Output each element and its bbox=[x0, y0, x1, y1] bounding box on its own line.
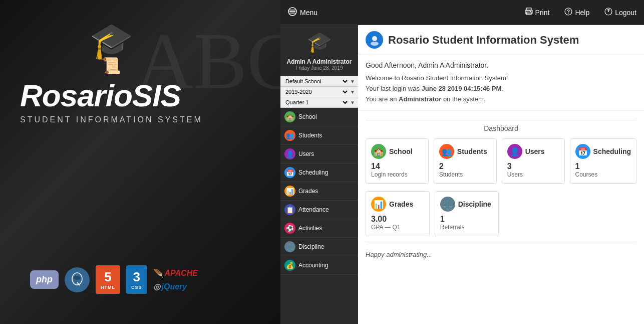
quarter-dropdown[interactable]: Quarter 1 ▼ bbox=[280, 97, 358, 108]
logout-label: Logout bbox=[615, 9, 636, 17]
discipline-nav-icon: ⚖️ bbox=[284, 241, 295, 252]
jquery-logo: ◎jQuery bbox=[153, 282, 198, 291]
dashboard-card-discipline[interactable]: ⚖️ Discipline 1 Referrals bbox=[435, 191, 499, 236]
sidebar-item-users[interactable]: 👤 Users bbox=[280, 145, 358, 164]
card-users-icon: 👤 bbox=[507, 144, 522, 159]
help-icon: ? bbox=[564, 8, 572, 17]
card-scheduling-label: Courses bbox=[575, 171, 631, 178]
svg-point-1 bbox=[74, 276, 81, 280]
branding-section: 🎓 📜 RosarioSIS STUDENT INFORMATION SYSTE… bbox=[20, 20, 203, 124]
css3-logo: 3 CSS bbox=[126, 265, 147, 294]
sidebar: 🎓 Admin A Administrator Friday June 28, … bbox=[280, 25, 358, 324]
card-grades-count: 3.00 bbox=[371, 215, 424, 224]
html5-logo: 5 HTML bbox=[96, 265, 120, 294]
graduation-cap-icon: 🎓 bbox=[20, 20, 203, 61]
print-label: Print bbox=[535, 9, 550, 17]
user-avatar-icon: 🎓 bbox=[307, 30, 332, 55]
dashboard-card-users[interactable]: 👤 Users 3 Users bbox=[502, 138, 565, 184]
svg-point-15 bbox=[372, 36, 377, 41]
print-icon bbox=[525, 8, 533, 17]
students-nav-icon: 👥 bbox=[284, 130, 295, 141]
help-button[interactable]: ? Help bbox=[564, 8, 589, 17]
users-nav-icon: 👤 bbox=[284, 148, 295, 159]
card-discipline-header: ⚖️ Discipline bbox=[440, 197, 493, 212]
menu-icon bbox=[288, 7, 297, 18]
sidebar-item-discipline[interactable]: ⚖️ Discipline bbox=[280, 238, 358, 256]
attendance-nav-label: Attendance bbox=[298, 206, 329, 213]
dashboard-separator bbox=[366, 120, 636, 120]
left-background: ABC 🎓 📜 RosarioSIS STUDENT INFORMATION S… bbox=[0, 0, 280, 324]
school-nav-label: School bbox=[298, 113, 317, 120]
nav-items-container: 🏫 School 👥 Students 👤 Users 📅 Scheduling… bbox=[280, 108, 358, 275]
menu-label: Menu bbox=[300, 9, 317, 17]
grades-nav-icon: 📊 bbox=[284, 186, 295, 197]
year-select[interactable]: 2019-2020 bbox=[283, 88, 349, 95]
attendance-nav-icon: 📋 bbox=[284, 204, 295, 215]
sidebar-item-scheduling[interactable]: 📅 Scheduling bbox=[280, 164, 358, 182]
card-scheduling-icon: 📅 bbox=[575, 144, 590, 159]
top-bar: Menu Print ? Help bbox=[280, 0, 644, 25]
quarter-select[interactable]: Quarter 1 bbox=[283, 99, 349, 106]
scheduling-nav-icon: 📅 bbox=[284, 167, 295, 178]
welcome-greeting: Good Afternoon, Admin A Administrator. bbox=[366, 61, 636, 69]
card-discipline-title: Discipline bbox=[458, 200, 491, 208]
system-title: Rosario Student Information System bbox=[388, 34, 579, 47]
card-users-header: 👤 Users bbox=[507, 144, 559, 159]
dashboard-card-grades[interactable]: 📊 Grades 3.00 GPA — Q1 bbox=[366, 191, 430, 236]
card-grades-icon: 📊 bbox=[371, 197, 386, 212]
dashboard-section: Dashboard 🏫 School 14 Login records 👥 bbox=[358, 111, 644, 266]
discipline-nav-label: Discipline bbox=[298, 243, 324, 250]
quarter-dropdown-arrow: ▼ bbox=[350, 100, 355, 105]
sidebar-item-activities[interactable]: ⚽ Activities bbox=[280, 219, 358, 238]
menu-button[interactable]: Menu bbox=[288, 7, 317, 18]
school-dropdown[interactable]: Default School ▼ bbox=[280, 76, 358, 87]
user-date: Friday June 28, 2019 bbox=[285, 65, 353, 71]
logout-button[interactable]: Logout bbox=[604, 8, 636, 17]
welcome-line3-pre: You are an bbox=[366, 95, 399, 103]
sidebar-item-accounting[interactable]: 💰 Accounting bbox=[280, 256, 358, 275]
sidebar-item-school[interactable]: 🏫 School bbox=[280, 108, 358, 126]
help-label: Help bbox=[575, 9, 589, 17]
dashboard-card-school[interactable]: 🏫 School 14 Login records bbox=[366, 138, 429, 184]
user-info-section: 🎓 Admin A Administrator Friday June 28, … bbox=[280, 25, 358, 76]
welcome-line2-pre: Your last login was bbox=[366, 85, 422, 92]
dashboard-title: Dashboard bbox=[366, 124, 636, 132]
svg-text:?: ? bbox=[567, 9, 570, 15]
sidebar-item-students[interactable]: 👥 Students bbox=[280, 126, 358, 145]
card-students-icon: 👥 bbox=[439, 144, 454, 159]
card-school-title: School bbox=[389, 147, 413, 155]
dashboard-card-scheduling[interactable]: 📅 Scheduling 1 Courses bbox=[570, 138, 636, 184]
card-grades-header: 📊 Grades bbox=[371, 197, 424, 212]
school-select[interactable]: Default School bbox=[283, 78, 349, 85]
card-scheduling-title: Scheduling bbox=[593, 147, 631, 155]
sidebar-item-attendance[interactable]: 📋 Attendance bbox=[280, 201, 358, 219]
content-area: 🎓 Admin A Administrator Friday June 28, … bbox=[280, 25, 644, 324]
system-logo-icon bbox=[366, 31, 383, 49]
card-students-label: Students bbox=[439, 171, 491, 178]
system-header: Rosario Student Information System bbox=[358, 25, 644, 55]
dashboard-card-students[interactable]: 👥 Students 2 Students bbox=[434, 138, 497, 184]
logout-icon bbox=[604, 8, 612, 17]
card-grades-title: Grades bbox=[389, 200, 413, 208]
grades-nav-label: Grades bbox=[298, 188, 318, 195]
card-users-title: Users bbox=[525, 147, 545, 155]
graduation-cap-area: 🎓 📜 bbox=[20, 20, 203, 75]
diploma-icon: 📜 bbox=[20, 56, 203, 75]
welcome-last-login: June 28 2019 04:15:46 PM bbox=[422, 85, 502, 92]
year-dropdown[interactable]: 2019-2020 ▼ bbox=[280, 87, 358, 97]
dashboard-grid-row1: 🏫 School 14 Login records 👥 Students 2 S… bbox=[366, 138, 636, 184]
print-button[interactable]: Print bbox=[525, 8, 550, 17]
card-school-count: 14 bbox=[371, 162, 423, 171]
welcome-line3-post: on the system. bbox=[441, 95, 485, 103]
card-students-count: 2 bbox=[439, 162, 491, 171]
card-discipline-count: 1 bbox=[440, 215, 493, 224]
main-container: Menu Print ? Help bbox=[280, 0, 644, 324]
happy-text: Happy administrating... bbox=[366, 248, 636, 261]
sidebar-item-grades[interactable]: 📊 Grades bbox=[280, 182, 358, 201]
card-users-count: 3 bbox=[507, 162, 559, 171]
user-name: Admin A Administrator bbox=[285, 58, 353, 65]
card-users-label: Users bbox=[507, 171, 559, 178]
card-discipline-icon: ⚖️ bbox=[440, 197, 455, 212]
accounting-nav-icon: 💰 bbox=[284, 260, 295, 271]
scheduling-nav-label: Scheduling bbox=[298, 169, 328, 176]
